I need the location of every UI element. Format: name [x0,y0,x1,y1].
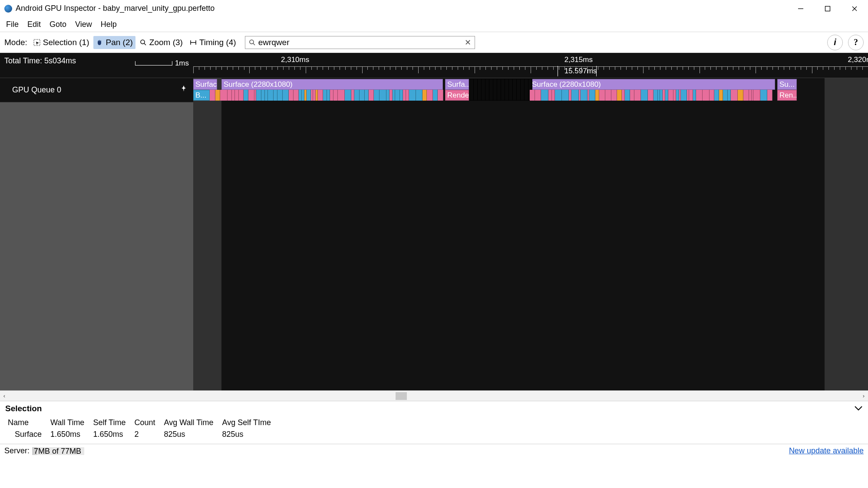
mode-timing-label: Timing (4) [199,38,236,47]
svg-line-6 [144,43,146,45]
svg-line-11 [253,43,255,45]
track-canvas-empty[interactable] [193,102,868,390]
timeline-slice[interactable]: Surfa... [445,79,469,90]
ruler-center-caption: 15.597ms [564,67,597,75]
svg-point-10 [250,40,254,44]
track-list-empty [0,102,193,390]
selection-col-header[interactable]: Wall Time [46,417,89,429]
total-time-label: Total Time: 5s034ms [4,56,76,66]
mode-timing-button[interactable]: Timing (4) [187,36,239,49]
memory-progress: 7MB of 77MB [32,447,84,455]
zoom-icon [140,39,147,46]
server-label: Server: [4,446,30,455]
pin-icon[interactable] [180,85,187,92]
window-title: Android GPU Inspector - baby_marvel_unit… [16,4,215,13]
scroll-left-arrow[interactable]: ‹ [0,393,9,399]
svg-rect-1 [825,6,830,11]
maximize-button[interactable] [814,0,841,17]
mode-pan-label: Pan (2) [106,38,132,47]
menu-edit[interactable]: Edit [23,17,45,32]
scroll-thumb[interactable] [396,392,407,400]
selection-col-header[interactable]: Avg Wall Time [159,417,218,429]
minimize-button[interactable] [787,0,814,17]
selection-heading: Selection [5,404,42,413]
info-button[interactable]: i [827,35,843,50]
search-input[interactable] [258,38,465,47]
tracks: GPU Queue 0 Surfac...Surface (2280x1080)… [0,78,868,102]
timeline-slice[interactable]: Ren... [777,90,797,101]
close-button[interactable] [841,0,868,17]
help-button[interactable]: ? [848,35,864,50]
timing-icon [190,39,197,46]
ruler-tick-label: 2,320ms [848,56,868,64]
toolbar: Mode: Selection (1) Pan (2) Zoom (3) Tim… [0,32,868,53]
timeline-slice-group[interactable] [530,90,775,101]
pan-icon [96,39,103,46]
selection-row[interactable]: Surface1.650ms1.650ms2825us825us [3,429,275,440]
time-scale: 1ms [135,59,189,68]
mode-label: Mode: [4,38,27,47]
mode-pan-button[interactable]: Pan (2) [93,36,135,49]
titlebar: Android GPU Inspector - baby_marvel_unit… [0,0,868,17]
track-name: GPU Queue 0 [12,85,61,95]
memory-text: 7MB of 77MB [34,447,81,456]
search-box[interactable]: ✕ [245,36,475,49]
collapse-selection-button[interactable] [854,405,863,413]
selection-table: NameWall TimeSelf TimeCountAvg Wall Time… [0,416,868,444]
selection-dim-right [825,78,868,102]
selection-panel: Selection NameWall TimeSelf TimeCountAvg… [0,401,868,444]
track-canvas[interactable]: Surfac...Surface (2280x1080)Surfa...Surf… [193,78,868,102]
update-link[interactable]: New update available [789,446,864,455]
search-icon [249,39,256,46]
timeline-hscrollbar[interactable]: ‹ › [0,390,868,401]
ruler-canvas[interactable]: 2,310ms2,315ms2,320ms15.597ms [193,53,868,78]
scroll-right-arrow[interactable]: › [859,393,868,399]
timeline-slice[interactable]: Render [445,90,469,101]
timeline-slice[interactable]: B... [193,90,210,101]
track-header-gpu-queue-0[interactable]: GPU Queue 0 [0,78,193,102]
mode-selection-button[interactable]: Selection (1) [31,36,92,49]
app-icon [4,5,12,13]
timeline-slice-group[interactable] [210,90,444,101]
svg-point-5 [141,40,145,44]
timeline-slice[interactable]: Surface (2280x1080) [221,79,443,90]
mode-zoom-button[interactable]: Zoom (3) [137,36,185,49]
ruler-tick-label: 2,310ms [281,56,309,64]
selection-col-header[interactable]: Count [130,417,159,429]
menu-goto[interactable]: Goto [45,17,71,32]
mode-zoom-label: Zoom (3) [149,38,183,47]
timeline-slice[interactable]: Surface (2280x1080) [530,79,775,90]
clear-search-button[interactable]: ✕ [465,38,471,47]
menubar: File Edit Goto View Help [0,17,868,32]
menu-help[interactable]: Help [96,17,121,32]
timeline-view[interactable]: Total Time: 5s034ms 1ms 2,310ms2,315ms2,… [0,53,868,390]
timeline-slice[interactable]: Surfac... [193,79,217,90]
menu-file[interactable]: File [2,17,23,32]
statusbar: Server: 7MB of 77MB New update available [0,444,868,458]
ruler-tick-label: 2,315ms [564,56,593,64]
menu-view[interactable]: View [71,17,96,32]
selection-col-header[interactable]: Name [3,417,46,429]
time-scale-label: 1ms [175,59,189,68]
selection-icon [33,39,40,46]
timeline-ruler: Total Time: 5s034ms 1ms 2,310ms2,315ms2,… [0,53,868,78]
mode-selection-label: Selection (1) [43,38,89,47]
timeline-slice[interactable]: Su... [777,79,797,90]
selection-col-header[interactable]: Avg Self TIme [218,417,275,429]
selection-col-header[interactable]: Self Time [89,417,130,429]
